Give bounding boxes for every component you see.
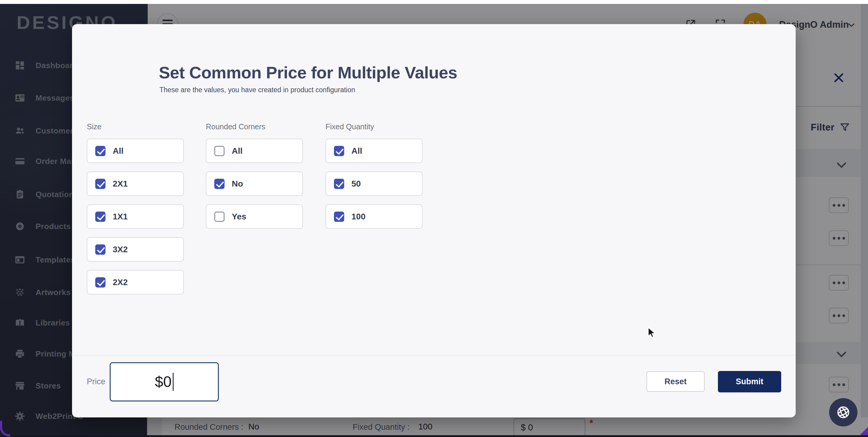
option-group-fixed-quantity: Fixed Quantity All 50 100 [326, 122, 423, 237]
checkbox-option[interactable]: 1X1 [87, 204, 184, 229]
top-strip [0, 0, 868, 4]
checkbox-icon[interactable] [95, 212, 105, 222]
language-button[interactable] [829, 398, 858, 427]
mouse-cursor [647, 327, 658, 339]
checkbox-option[interactable]: 100 [326, 204, 423, 229]
group-title: Size [87, 122, 184, 130]
text-caret [173, 373, 174, 391]
checkbox-icon[interactable] [214, 212, 224, 222]
option-group-size: Size All 2X1 1X1 3X2 2X2 [87, 122, 184, 303]
price-label: Price [87, 377, 105, 386]
group-title: Fixed Quantity [326, 122, 423, 130]
option-group-rounded-corners: Rounded Corners All No Yes [206, 122, 303, 237]
checkbox-option[interactable]: All [87, 138, 184, 163]
dialog-title: Set Common Price for Multiple Values [159, 63, 457, 82]
option-label: 2X1 [113, 179, 128, 189]
submit-button[interactable]: Submit [718, 371, 781, 393]
checkbox-option[interactable]: All [326, 138, 423, 163]
dialog-footer-divider [72, 355, 796, 355]
checkbox-icon[interactable] [95, 179, 105, 189]
checkbox-icon[interactable] [95, 146, 105, 156]
checkbox-icon[interactable] [95, 277, 105, 287]
close-icon [832, 71, 845, 84]
checkbox-icon[interactable] [214, 179, 224, 189]
checkbox-icon[interactable] [334, 146, 344, 156]
app-root: DESIGNO Dashboard Messages Customers Ord… [0, 0, 868, 437]
option-label: 2X2 [113, 278, 128, 287]
price-input-value: $0 [155, 373, 172, 391]
checkbox-icon[interactable] [334, 179, 344, 189]
option-label: No [232, 179, 243, 189]
set-common-price-dialog: Set Common Price for Multiple Values The… [72, 24, 796, 417]
option-label: All [351, 146, 362, 156]
checkbox-option[interactable]: Yes [206, 204, 303, 229]
checkbox-icon[interactable] [334, 212, 344, 222]
checkbox-icon[interactable] [95, 244, 105, 255]
option-label: All [113, 146, 124, 156]
option-label: 3X2 [113, 245, 128, 254]
option-label: 1X1 [113, 212, 128, 221]
checkbox-option[interactable]: No [206, 171, 303, 196]
globe-icon [835, 404, 851, 420]
dialog-subtitle: These are the values, you have created i… [159, 86, 355, 94]
checkbox-icon[interactable] [214, 146, 224, 156]
option-label: 100 [351, 212, 366, 221]
option-label: All [232, 146, 243, 156]
price-input[interactable]: $0 [110, 362, 219, 401]
option-label: 50 [351, 179, 361, 189]
checkbox-option[interactable]: 3X2 [87, 237, 184, 261]
checkbox-option[interactable]: 50 [326, 171, 423, 196]
checkbox-option[interactable]: All [206, 138, 303, 163]
close-button[interactable] [827, 66, 850, 89]
option-label: Yes [232, 212, 246, 221]
reset-button[interactable]: Reset [647, 371, 705, 392]
checkbox-option[interactable]: 2X1 [87, 171, 184, 196]
group-title: Rounded Corners [206, 122, 303, 130]
page-bottom-edge [0, 435, 868, 437]
checkbox-option[interactable]: 2X2 [87, 270, 184, 294]
